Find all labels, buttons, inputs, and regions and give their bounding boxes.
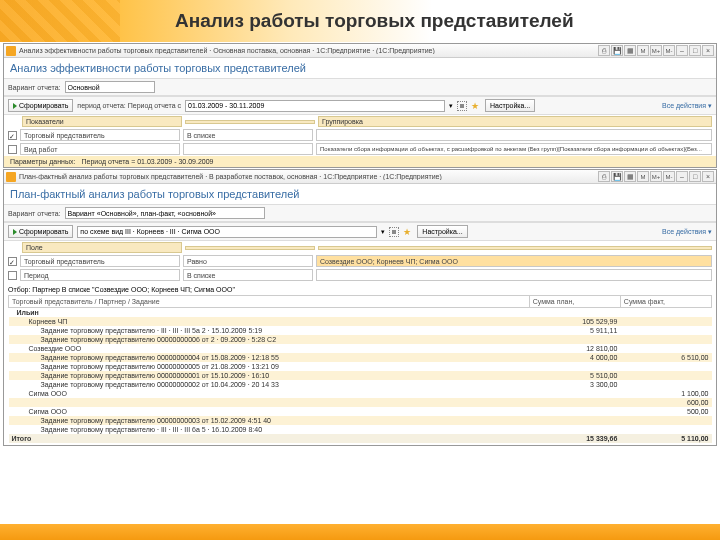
play-icon bbox=[13, 229, 17, 235]
all-actions-link[interactable]: Все действия ▾ bbox=[662, 102, 712, 110]
filter-field-1[interactable]: Торговый представитель bbox=[20, 255, 180, 267]
slide-title: Анализ работы торговых представителей bbox=[175, 10, 574, 32]
mem-m[interactable]: M bbox=[637, 171, 649, 182]
filter-checkbox-1[interactable] bbox=[8, 131, 17, 140]
filter-header-op bbox=[185, 246, 315, 250]
table-row[interactable]: Задание торговому представителю 00000000… bbox=[9, 371, 712, 380]
filter-op-1[interactable]: В списке bbox=[183, 129, 313, 141]
mem-m[interactable]: M bbox=[637, 45, 649, 56]
variant-input[interactable] bbox=[65, 207, 265, 219]
calc-icon[interactable]: ▦ bbox=[624, 45, 636, 56]
table-row[interactable]: Задание торговому представителю 00000000… bbox=[9, 353, 712, 362]
table-row[interactable]: Сигма ООО500,00 bbox=[9, 407, 712, 416]
filter-checkbox-2[interactable] bbox=[8, 271, 17, 280]
app-icon bbox=[6, 46, 16, 56]
window-efficiency: Анализ эффективности работы торговых пре… bbox=[3, 43, 717, 168]
gear-icon[interactable] bbox=[389, 227, 399, 237]
table-row[interactable]: Задание торговому представителю 00000000… bbox=[9, 362, 712, 371]
mem-mminus[interactable]: M- bbox=[663, 45, 675, 56]
filter-val-2[interactable]: Показатели сбора информации об объектах,… bbox=[316, 143, 712, 155]
filter-field-2[interactable]: Период bbox=[20, 269, 180, 281]
play-icon bbox=[13, 103, 17, 109]
row-label: Созвездие ООО bbox=[9, 344, 530, 353]
maximize-button[interactable]: □ bbox=[689, 171, 701, 182]
generate-button[interactable]: Сформировать bbox=[8, 99, 73, 112]
period-input[interactable] bbox=[185, 100, 445, 112]
table-row[interactable]: Ильин bbox=[9, 308, 712, 318]
filter-header-row: Показатели Группировка bbox=[4, 115, 716, 128]
all-actions-link[interactable]: Все действия ▾ bbox=[662, 228, 712, 236]
filter-row-1: Торговый представитель В списке bbox=[4, 128, 716, 142]
table-row[interactable]: Сигма ООО1 100,00 bbox=[9, 389, 712, 398]
filter-row-2: Период В списке bbox=[4, 268, 716, 282]
filter-op-1[interactable]: Равно bbox=[183, 255, 313, 267]
close-button[interactable]: × bbox=[702, 45, 714, 56]
filter-field-2[interactable]: Вид работ bbox=[20, 143, 180, 155]
titlebar-text: Анализ эффективности работы торговых пре… bbox=[19, 47, 435, 54]
window-planfact: План-фактный анализ работы торговых пред… bbox=[3, 169, 717, 446]
maximize-button[interactable]: □ bbox=[689, 45, 701, 56]
row-value: 500,00 bbox=[620, 407, 711, 416]
titlebar: План-фактный анализ работы торговых пред… bbox=[4, 170, 716, 184]
table-row[interactable]: Задание торговому представителю · III · … bbox=[9, 425, 712, 434]
selection-value: Партнер В списке "Созвездие ООО; Корнеев… bbox=[32, 286, 235, 293]
star-icon[interactable]: ★ bbox=[403, 227, 413, 237]
gear-icon[interactable] bbox=[457, 101, 467, 111]
row-value bbox=[620, 326, 711, 335]
row-value bbox=[529, 389, 620, 398]
table-row[interactable]: 600,00 bbox=[9, 398, 712, 407]
minimize-button[interactable]: – bbox=[676, 45, 688, 56]
mem-mplus[interactable]: M+ bbox=[650, 171, 662, 182]
mem-mplus[interactable]: M+ bbox=[650, 45, 662, 56]
close-button[interactable]: × bbox=[702, 171, 714, 182]
table-row[interactable]: Задание торговому представителю 00000000… bbox=[9, 416, 712, 425]
row-label: Задание торговому представителю 00000000… bbox=[9, 380, 530, 389]
row-value: 12 810,00 bbox=[529, 344, 620, 353]
save-icon[interactable]: 💾 bbox=[611, 45, 623, 56]
titlebar-text: План-фактный анализ работы торговых пред… bbox=[19, 173, 442, 180]
filter-field-1[interactable]: Торговый представитель bbox=[20, 129, 180, 141]
row-label: Корнеев ЧП bbox=[9, 317, 530, 326]
star-icon[interactable]: ★ bbox=[471, 101, 481, 111]
row-value: 105 529,99 bbox=[529, 317, 620, 326]
save-icon[interactable]: 💾 bbox=[611, 171, 623, 182]
filter-op-2[interactable] bbox=[183, 143, 313, 155]
row-value bbox=[620, 380, 711, 389]
table-row[interactable]: Задание торговому представителю · III · … bbox=[9, 326, 712, 335]
header-pattern bbox=[0, 0, 120, 42]
filter-val-1[interactable]: Созвездие ООО; Корнеев ЧП; Сигма ООО bbox=[316, 255, 712, 267]
col-fact: Сумма факт, bbox=[620, 296, 711, 308]
filter-checkbox-2[interactable] bbox=[8, 145, 17, 154]
row-label: Задание торговому представителю 00000000… bbox=[9, 353, 530, 362]
row-label: Сигма ООО bbox=[9, 407, 530, 416]
report-body: Отбор: Партнер В списке "Созвездие ООО; … bbox=[4, 282, 716, 445]
filter-header-op bbox=[185, 120, 315, 124]
settings-button[interactable]: Настройка... bbox=[485, 99, 535, 112]
row-value: 600,00 bbox=[620, 398, 711, 407]
table-row[interactable]: Созвездие ООО12 810,00 bbox=[9, 344, 712, 353]
mem-mminus[interactable]: M- bbox=[663, 171, 675, 182]
table-row[interactable]: Корнеев ЧП105 529,99 bbox=[9, 317, 712, 326]
print-icon[interactable]: ⎙ bbox=[598, 45, 610, 56]
row-label bbox=[9, 398, 530, 407]
calc-icon[interactable]: ▦ bbox=[624, 171, 636, 182]
filter-val-1[interactable] bbox=[316, 129, 712, 141]
filter-op-2[interactable]: В списке bbox=[183, 269, 313, 281]
settings-button[interactable]: Настройка... bbox=[417, 225, 467, 238]
row-value bbox=[620, 317, 711, 326]
variant-label: Вариант отчета: bbox=[8, 210, 61, 217]
filter-val-2[interactable] bbox=[316, 269, 712, 281]
row-value bbox=[620, 344, 711, 353]
minimize-button[interactable]: – bbox=[676, 171, 688, 182]
row-value bbox=[529, 416, 620, 425]
scheme-input[interactable] bbox=[77, 226, 377, 238]
row-value bbox=[529, 407, 620, 416]
generate-button[interactable]: Сформировать bbox=[8, 225, 73, 238]
filter-checkbox-1[interactable] bbox=[8, 257, 17, 266]
variant-input[interactable] bbox=[65, 81, 155, 93]
table-row[interactable]: Задание торговому представителю 00000000… bbox=[9, 380, 712, 389]
row-value: 4 000,00 bbox=[529, 353, 620, 362]
main-toolbar: Сформировать ▾ ★ Настройка... Все действ… bbox=[4, 222, 716, 241]
table-row[interactable]: Задание торговому представителю 00000000… bbox=[9, 335, 712, 344]
print-icon[interactable]: ⎙ bbox=[598, 171, 610, 182]
